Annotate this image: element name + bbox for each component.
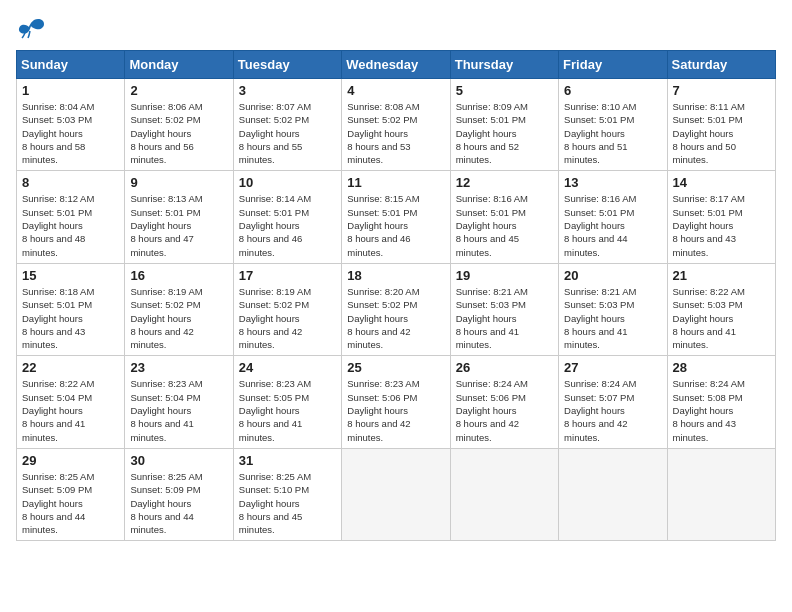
header [16, 16, 776, 40]
day-number: 17 [239, 268, 336, 283]
weekday-header-friday: Friday [559, 51, 667, 79]
cell-info: Sunrise: 8:06 AMSunset: 5:02 PMDaylight … [130, 101, 202, 165]
calendar-cell: 24Sunrise: 8:23 AMSunset: 5:05 PMDayligh… [233, 356, 341, 448]
day-number: 28 [673, 360, 770, 375]
day-number: 15 [22, 268, 119, 283]
calendar-cell [450, 448, 558, 540]
calendar-cell: 9Sunrise: 8:13 AMSunset: 5:01 PMDaylight… [125, 171, 233, 263]
calendar-cell: 6Sunrise: 8:10 AMSunset: 5:01 PMDaylight… [559, 79, 667, 171]
cell-info: Sunrise: 8:25 AMSunset: 5:09 PMDaylight … [22, 471, 94, 535]
day-number: 25 [347, 360, 444, 375]
day-number: 2 [130, 83, 227, 98]
calendar-cell: 28Sunrise: 8:24 AMSunset: 5:08 PMDayligh… [667, 356, 775, 448]
calendar-cell: 30Sunrise: 8:25 AMSunset: 5:09 PMDayligh… [125, 448, 233, 540]
weekday-header-saturday: Saturday [667, 51, 775, 79]
cell-info: Sunrise: 8:08 AMSunset: 5:02 PMDaylight … [347, 101, 419, 165]
calendar-cell: 15Sunrise: 8:18 AMSunset: 5:01 PMDayligh… [17, 263, 125, 355]
cell-info: Sunrise: 8:09 AMSunset: 5:01 PMDaylight … [456, 101, 528, 165]
cell-info: Sunrise: 8:25 AMSunset: 5:09 PMDaylight … [130, 471, 202, 535]
cell-info: Sunrise: 8:24 AMSunset: 5:06 PMDaylight … [456, 378, 528, 442]
day-number: 13 [564, 175, 661, 190]
cell-info: Sunrise: 8:11 AMSunset: 5:01 PMDaylight … [673, 101, 745, 165]
day-number: 20 [564, 268, 661, 283]
calendar-cell: 3Sunrise: 8:07 AMSunset: 5:02 PMDaylight… [233, 79, 341, 171]
calendar-cell: 7Sunrise: 8:11 AMSunset: 5:01 PMDaylight… [667, 79, 775, 171]
calendar-table: SundayMondayTuesdayWednesdayThursdayFrid… [16, 50, 776, 541]
cell-info: Sunrise: 8:14 AMSunset: 5:01 PMDaylight … [239, 193, 311, 257]
cell-info: Sunrise: 8:20 AMSunset: 5:02 PMDaylight … [347, 286, 419, 350]
cell-info: Sunrise: 8:21 AMSunset: 5:03 PMDaylight … [456, 286, 528, 350]
calendar-cell: 4Sunrise: 8:08 AMSunset: 5:02 PMDaylight… [342, 79, 450, 171]
day-number: 22 [22, 360, 119, 375]
cell-info: Sunrise: 8:22 AMSunset: 5:04 PMDaylight … [22, 378, 94, 442]
cell-info: Sunrise: 8:21 AMSunset: 5:03 PMDaylight … [564, 286, 636, 350]
cell-info: Sunrise: 8:13 AMSunset: 5:01 PMDaylight … [130, 193, 202, 257]
weekday-header-thursday: Thursday [450, 51, 558, 79]
day-number: 7 [673, 83, 770, 98]
calendar-week-row: 1Sunrise: 8:04 AMSunset: 5:03 PMDaylight… [17, 79, 776, 171]
day-number: 30 [130, 453, 227, 468]
calendar-cell: 20Sunrise: 8:21 AMSunset: 5:03 PMDayligh… [559, 263, 667, 355]
calendar-cell: 11Sunrise: 8:15 AMSunset: 5:01 PMDayligh… [342, 171, 450, 263]
day-number: 6 [564, 83, 661, 98]
day-number: 5 [456, 83, 553, 98]
calendar-cell: 14Sunrise: 8:17 AMSunset: 5:01 PMDayligh… [667, 171, 775, 263]
day-number: 10 [239, 175, 336, 190]
cell-info: Sunrise: 8:12 AMSunset: 5:01 PMDaylight … [22, 193, 94, 257]
day-number: 3 [239, 83, 336, 98]
weekday-header-sunday: Sunday [17, 51, 125, 79]
weekday-header-tuesday: Tuesday [233, 51, 341, 79]
day-number: 27 [564, 360, 661, 375]
day-number: 21 [673, 268, 770, 283]
day-number: 29 [22, 453, 119, 468]
cell-info: Sunrise: 8:16 AMSunset: 5:01 PMDaylight … [456, 193, 528, 257]
cell-info: Sunrise: 8:24 AMSunset: 5:08 PMDaylight … [673, 378, 745, 442]
calendar-cell: 27Sunrise: 8:24 AMSunset: 5:07 PMDayligh… [559, 356, 667, 448]
day-number: 24 [239, 360, 336, 375]
calendar-cell: 10Sunrise: 8:14 AMSunset: 5:01 PMDayligh… [233, 171, 341, 263]
day-number: 31 [239, 453, 336, 468]
logo-icon [16, 16, 46, 40]
cell-info: Sunrise: 8:25 AMSunset: 5:10 PMDaylight … [239, 471, 311, 535]
day-number: 4 [347, 83, 444, 98]
day-number: 18 [347, 268, 444, 283]
cell-info: Sunrise: 8:23 AMSunset: 5:05 PMDaylight … [239, 378, 311, 442]
cell-info: Sunrise: 8:19 AMSunset: 5:02 PMDaylight … [239, 286, 311, 350]
weekday-header-row: SundayMondayTuesdayWednesdayThursdayFrid… [17, 51, 776, 79]
calendar-week-row: 15Sunrise: 8:18 AMSunset: 5:01 PMDayligh… [17, 263, 776, 355]
day-number: 26 [456, 360, 553, 375]
weekday-header-monday: Monday [125, 51, 233, 79]
calendar-week-row: 8Sunrise: 8:12 AMSunset: 5:01 PMDaylight… [17, 171, 776, 263]
calendar-cell: 13Sunrise: 8:16 AMSunset: 5:01 PMDayligh… [559, 171, 667, 263]
calendar-cell: 18Sunrise: 8:20 AMSunset: 5:02 PMDayligh… [342, 263, 450, 355]
cell-info: Sunrise: 8:24 AMSunset: 5:07 PMDaylight … [564, 378, 636, 442]
day-number: 23 [130, 360, 227, 375]
cell-info: Sunrise: 8:07 AMSunset: 5:02 PMDaylight … [239, 101, 311, 165]
calendar-week-row: 22Sunrise: 8:22 AMSunset: 5:04 PMDayligh… [17, 356, 776, 448]
calendar-cell: 29Sunrise: 8:25 AMSunset: 5:09 PMDayligh… [17, 448, 125, 540]
logo [16, 16, 50, 40]
cell-info: Sunrise: 8:18 AMSunset: 5:01 PMDaylight … [22, 286, 94, 350]
calendar-cell: 21Sunrise: 8:22 AMSunset: 5:03 PMDayligh… [667, 263, 775, 355]
calendar-cell: 12Sunrise: 8:16 AMSunset: 5:01 PMDayligh… [450, 171, 558, 263]
calendar-cell: 8Sunrise: 8:12 AMSunset: 5:01 PMDaylight… [17, 171, 125, 263]
day-number: 8 [22, 175, 119, 190]
calendar-cell: 19Sunrise: 8:21 AMSunset: 5:03 PMDayligh… [450, 263, 558, 355]
day-number: 11 [347, 175, 444, 190]
cell-info: Sunrise: 8:04 AMSunset: 5:03 PMDaylight … [22, 101, 94, 165]
cell-info: Sunrise: 8:22 AMSunset: 5:03 PMDaylight … [673, 286, 745, 350]
calendar-cell: 5Sunrise: 8:09 AMSunset: 5:01 PMDaylight… [450, 79, 558, 171]
calendar-cell: 26Sunrise: 8:24 AMSunset: 5:06 PMDayligh… [450, 356, 558, 448]
cell-info: Sunrise: 8:16 AMSunset: 5:01 PMDaylight … [564, 193, 636, 257]
cell-info: Sunrise: 8:15 AMSunset: 5:01 PMDaylight … [347, 193, 419, 257]
calendar-cell [342, 448, 450, 540]
calendar-cell: 31Sunrise: 8:25 AMSunset: 5:10 PMDayligh… [233, 448, 341, 540]
day-number: 9 [130, 175, 227, 190]
day-number: 14 [673, 175, 770, 190]
calendar-cell: 17Sunrise: 8:19 AMSunset: 5:02 PMDayligh… [233, 263, 341, 355]
calendar-cell [559, 448, 667, 540]
calendar-cell: 22Sunrise: 8:22 AMSunset: 5:04 PMDayligh… [17, 356, 125, 448]
cell-info: Sunrise: 8:10 AMSunset: 5:01 PMDaylight … [564, 101, 636, 165]
cell-info: Sunrise: 8:19 AMSunset: 5:02 PMDaylight … [130, 286, 202, 350]
day-number: 1 [22, 83, 119, 98]
